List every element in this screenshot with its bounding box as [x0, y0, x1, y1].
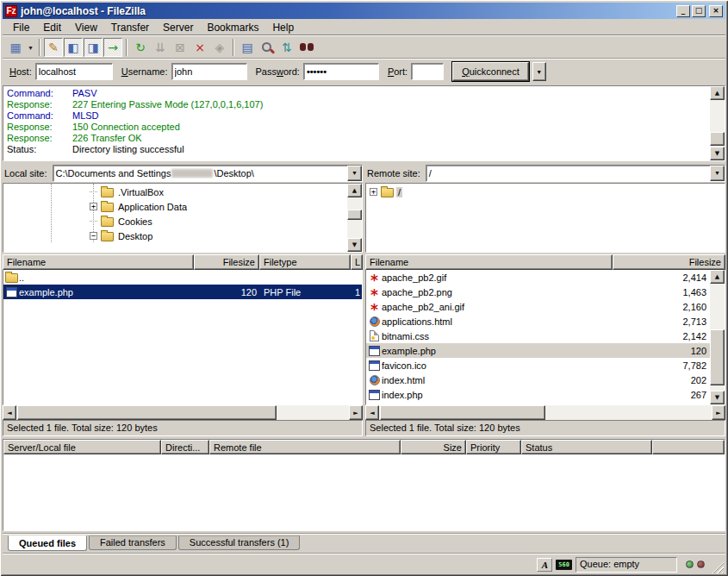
- toggle-local-tree-button[interactable]: ◧: [64, 38, 83, 57]
- local-tree-vertical-scrollbar[interactable]: ▲ ▼: [347, 184, 362, 252]
- disconnect-button[interactable]: ×: [190, 38, 209, 57]
- scroll-down-button[interactable]: ▼: [710, 391, 725, 404]
- maximize-button[interactable]: □: [692, 5, 706, 17]
- tree-item-label[interactable]: Cookies: [116, 216, 154, 227]
- scroll-thumb[interactable]: [17, 405, 277, 420]
- toggle-queue-button[interactable]: →: [103, 38, 122, 57]
- quickconnect-button[interactable]: Quickconnect: [452, 62, 529, 81]
- column-header-filename[interactable]: Filename: [365, 254, 613, 270]
- column-header-filesize[interactable]: Filesize: [613, 254, 725, 270]
- remote-path-combo[interactable]: / ▼: [426, 165, 725, 182]
- file-row[interactable]: example.php120: [366, 343, 710, 358]
- remote-path-dropdown-button[interactable]: ▼: [710, 166, 725, 181]
- column-header-l[interactable]: L: [351, 254, 363, 270]
- refresh-button[interactable]: ↻: [131, 38, 150, 57]
- column-header-size[interactable]: Size: [401, 440, 466, 454]
- scroll-down-button[interactable]: ▼: [347, 238, 362, 252]
- tree-item[interactable]: .VirtualBox: [3, 185, 347, 199]
- folder-icon: [5, 273, 18, 283]
- local-path-combo[interactable]: C:\Documents and Settings\Desktop\ ▼: [53, 165, 363, 182]
- column-header-status[interactable]: Status: [521, 440, 652, 454]
- toggle-remote-tree-button[interactable]: ◨: [84, 38, 103, 57]
- host-input[interactable]: [35, 63, 113, 80]
- menu-item-edit[interactable]: Edit: [36, 20, 68, 35]
- site-manager-dropdown-button[interactable]: ▼: [26, 38, 35, 57]
- column-header-priority[interactable]: Priority: [466, 440, 521, 454]
- scroll-thumb[interactable]: [347, 210, 362, 220]
- minimize-button[interactable]: _: [676, 5, 690, 17]
- menu-item-help[interactable]: Help: [265, 20, 301, 35]
- file-row[interactable]: bitnami.css2,142: [366, 329, 710, 343]
- remote-site-pane: Remote site: / ▼ +/: [365, 164, 725, 253]
- compare-directories-button[interactable]: [258, 38, 277, 57]
- scroll-right-button[interactable]: ►: [712, 405, 725, 420]
- scroll-thumb[interactable]: [380, 405, 545, 420]
- directory-filters-button[interactable]: ▤: [238, 38, 257, 57]
- file-row[interactable]: ..: [3, 270, 362, 285]
- menu-item-server[interactable]: Server: [156, 20, 200, 35]
- column-header-filetype[interactable]: Filetype: [259, 254, 351, 270]
- reconnect-button[interactable]: ◈: [210, 38, 229, 57]
- port-input[interactable]: [411, 63, 444, 80]
- scroll-up-button[interactable]: ▲: [347, 184, 362, 197]
- file-row[interactable]: favicon.ico7,782: [366, 358, 710, 373]
- scroll-thumb[interactable]: [710, 132, 725, 146]
- find-files-button[interactable]: [297, 38, 316, 57]
- tree-item[interactable]: −Desktop: [3, 229, 347, 243]
- remote-vertical-scrollbar[interactable]: ▲ ▼: [710, 270, 725, 404]
- username-input[interactable]: [171, 63, 247, 80]
- menu-item-transfer[interactable]: Transfer: [104, 20, 156, 35]
- close-button[interactable]: ×: [709, 5, 723, 17]
- file-row[interactable]: *apache_pb2_ani.gif2,160: [366, 299, 710, 314]
- file-row[interactable]: *apache_pb2.png1,463: [366, 285, 710, 299]
- tree-expander[interactable]: +: [370, 188, 377, 196]
- cancel-operation-button[interactable]: ⊠: [171, 38, 190, 57]
- remote-horizontal-scrollbar[interactable]: ◄ ►: [365, 405, 725, 420]
- file-row[interactable]: index.html202: [366, 373, 710, 387]
- scroll-up-button[interactable]: ▲: [710, 86, 725, 100]
- column-header-filename[interactable]: Filename: [3, 254, 194, 270]
- menu-item-bookmarks[interactable]: Bookmarks: [200, 20, 265, 35]
- local-horizontal-scrollbar[interactable]: ◄ ►: [3, 405, 363, 420]
- file-row[interactable]: index.php267: [366, 387, 710, 402]
- column-header-spacer[interactable]: [652, 440, 725, 454]
- quickconnect-dropdown-button[interactable]: ▼: [532, 62, 546, 81]
- scroll-left-button[interactable]: ◄: [3, 405, 16, 420]
- file-row[interactable]: applications.html2,713: [366, 314, 710, 329]
- scroll-thumb[interactable]: [710, 329, 725, 386]
- site-manager-button[interactable]: ▦: [6, 38, 25, 57]
- tree-item-label[interactable]: /: [396, 187, 402, 197]
- tree-item-label[interactable]: Application Data: [116, 202, 189, 212]
- password-input[interactable]: [303, 63, 379, 80]
- scroll-up-button[interactable]: ▲: [710, 270, 725, 284]
- column-header-directi-[interactable]: Directi...: [161, 440, 209, 454]
- synchronized-browsing-button[interactable]: ⇅: [277, 38, 296, 57]
- scroll-right-button[interactable]: ►: [349, 405, 363, 420]
- column-header-remote-file[interactable]: Remote file: [209, 440, 401, 454]
- file-row[interactable]: *apache_pb2.gif2,414: [366, 270, 710, 285]
- column-header-filesize[interactable]: Filesize: [194, 254, 259, 270]
- menu-item-file[interactable]: File: [6, 20, 36, 35]
- log-vertical-scrollbar[interactable]: ▲ ▼: [710, 86, 725, 160]
- tree-item-label[interactable]: .VirtualBox: [116, 187, 165, 197]
- menu-item-view[interactable]: View: [68, 20, 104, 35]
- log-line: Response:226 Transfer OK: [7, 133, 706, 144]
- tree-expander[interactable]: −: [90, 232, 97, 240]
- toggle-message-log-button[interactable]: ✎: [44, 38, 63, 57]
- resize-grip[interactable]: [712, 561, 724, 573]
- scroll-down-button[interactable]: ▼: [710, 147, 725, 160]
- tab-queued-files[interactable]: Queued files: [8, 535, 87, 551]
- scroll-left-button[interactable]: ◄: [365, 405, 379, 420]
- tab-successful-transfers-1[interactable]: Successful transfers (1): [178, 535, 301, 550]
- file-row[interactable]: example.php120PHP File1: [3, 285, 362, 299]
- title-bar[interactable]: Fz john@localhost - FileZilla _ □ ×: [3, 3, 725, 19]
- tree-item[interactable]: Cookies: [3, 214, 347, 229]
- tree-item[interactable]: +/: [366, 185, 725, 199]
- tree-item[interactable]: +Application Data: [3, 199, 347, 214]
- column-header-server-local-file[interactable]: Server/Local file: [3, 440, 161, 454]
- tree-item-label[interactable]: Desktop: [116, 231, 154, 241]
- tab-failed-transfers[interactable]: Failed transfers: [89, 535, 177, 550]
- process-queue-button[interactable]: ⇊: [151, 38, 170, 57]
- tree-expander[interactable]: +: [90, 203, 97, 210]
- local-path-dropdown-button[interactable]: ▼: [347, 166, 362, 181]
